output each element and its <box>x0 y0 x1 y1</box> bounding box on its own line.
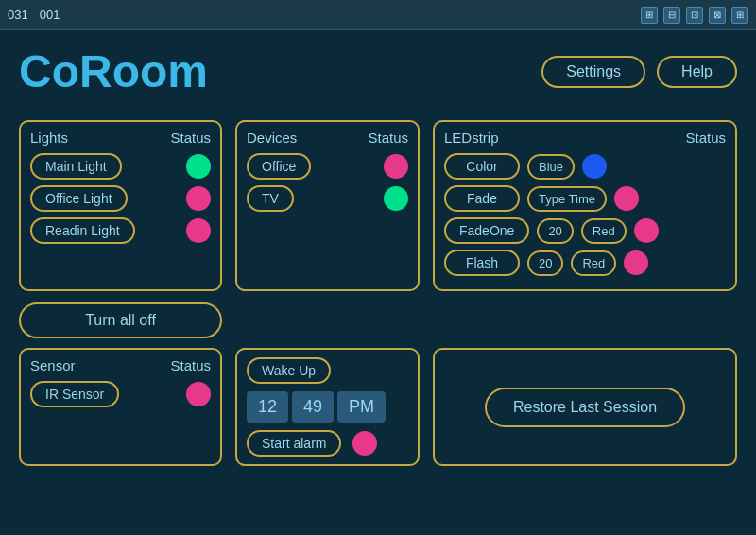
led-fadeone-row: FadeOne 20 Red <box>444 217 726 244</box>
time-hour[interactable]: 12 <box>247 391 288 423</box>
office-device-button[interactable]: Office <box>247 153 311 180</box>
sensor-panel: Sensor Status IR Sensor <box>19 348 222 466</box>
app-logo: CoRoom <box>19 45 208 97</box>
office-light-status[interactable] <box>186 186 211 211</box>
led-fadeone-status[interactable] <box>634 218 659 243</box>
wakeup-title-button[interactable]: Wake Up <box>247 357 331 384</box>
sensor-panel-header: Sensor Status <box>30 357 211 373</box>
wakeup-panel-header: Wake Up <box>247 357 408 384</box>
tv-device-button[interactable]: TV <box>247 185 294 212</box>
time-minute[interactable]: 49 <box>292 391 334 423</box>
main-light-button[interactable]: Main Light <box>30 153 122 180</box>
devices-title: Devices <box>247 129 297 146</box>
settings-button[interactable]: Settings <box>541 56 645 88</box>
turn-all-off-button[interactable]: Turn all off <box>19 302 222 338</box>
taskbar-icon-2[interactable]: ⊟ <box>663 7 680 24</box>
devices-panel-header: Devices Status <box>247 129 408 146</box>
led-fade-button[interactable]: Fade <box>444 185 520 212</box>
office-light-row: Office Light <box>30 185 211 212</box>
readin-light-status[interactable] <box>186 218 211 243</box>
led-color-status[interactable] <box>582 154 607 179</box>
alarm-status[interactable] <box>352 431 377 456</box>
led-flash-button[interactable]: Flash <box>444 250 520 276</box>
office-light-button[interactable]: Office Light <box>30 185 128 212</box>
sensor-title: Sensor <box>30 357 76 373</box>
bottom-panels: Sensor Status IR Sensor Wake Up 12 49 PM… <box>19 348 737 466</box>
ir-sensor-row: IR Sensor <box>30 381 211 407</box>
lights-title: Lights <box>30 129 68 146</box>
led-panel: LEDstrip Status Color Blue Fade Type Tim… <box>433 120 737 291</box>
header-buttons: Settings Help <box>541 56 737 88</box>
main-content: CoRoom Settings Help Lights Status Main … <box>0 30 756 481</box>
taskbar-left: 031 001 <box>8 8 60 22</box>
tv-device-row: TV <box>247 185 408 212</box>
devices-panel: Devices Status Office TV <box>235 120 420 291</box>
led-flash-row: Flash 20 Red <box>444 250 726 276</box>
led-fade-status[interactable] <box>614 186 639 211</box>
led-title: LEDstrip <box>444 129 499 146</box>
time-period[interactable]: PM <box>337 391 386 423</box>
taskbar-right: ⊞ ⊟ ⊡ ⊠ ⊞ <box>641 7 748 24</box>
lights-panel: Lights Status Main Light Office Light Re… <box>19 120 222 291</box>
devices-status-label: Status <box>368 129 408 146</box>
led-fadeone-button[interactable]: FadeOne <box>444 217 529 244</box>
restore-panel: Restore Last Session <box>433 348 737 466</box>
alarm-row: Start alarm <box>247 430 408 457</box>
main-light-status[interactable] <box>186 154 211 179</box>
taskbar-icon-5[interactable]: ⊞ <box>731 7 748 24</box>
tv-device-status[interactable] <box>384 186 408 211</box>
led-status-label: Status <box>685 129 726 146</box>
readin-light-button[interactable]: Readin Light <box>30 217 135 244</box>
turn-all-off-wrap: Turn all off <box>19 302 222 338</box>
start-alarm-button[interactable]: Start alarm <box>247 430 341 457</box>
main-light-row: Main Light <box>30 153 211 180</box>
ir-sensor-button[interactable]: IR Sensor <box>30 381 119 407</box>
led-fade-row: Fade Type Time <box>444 185 726 212</box>
taskbar-icon-1[interactable]: ⊞ <box>641 7 658 24</box>
taskbar: 031 001 ⊞ ⊟ ⊡ ⊠ ⊞ <box>0 0 756 30</box>
taskbar-item-1: 031 <box>8 8 28 22</box>
led-fadeone-num[interactable]: 20 <box>537 218 573 244</box>
led-panel-header: LEDstrip Status <box>444 129 726 146</box>
led-flash-status[interactable] <box>624 250 648 275</box>
ir-sensor-status[interactable] <box>186 382 211 406</box>
help-button[interactable]: Help <box>657 56 737 88</box>
top-panels: Lights Status Main Light Office Light Re… <box>19 120 737 291</box>
office-device-row: Office <box>247 153 408 180</box>
time-display: 12 49 PM <box>247 391 408 423</box>
taskbar-item-2: 001 <box>40 8 60 22</box>
led-flash-color[interactable]: Red <box>571 250 616 276</box>
led-fadeone-color[interactable]: Red <box>581 218 627 244</box>
header: CoRoom Settings Help <box>19 45 737 97</box>
restore-button[interactable]: Restore Last Session <box>485 388 685 427</box>
office-device-status[interactable] <box>384 154 408 179</box>
led-flash-num[interactable]: 20 <box>527 250 563 276</box>
taskbar-icon-3[interactable]: ⊡ <box>686 7 703 24</box>
led-color-button[interactable]: Color <box>444 153 520 180</box>
wakeup-panel: Wake Up 12 49 PM Start alarm <box>235 348 420 466</box>
led-color-value[interactable]: Blue <box>527 154 575 180</box>
readin-light-row: Readin Light <box>30 217 211 244</box>
lights-panel-header: Lights Status <box>30 129 211 146</box>
led-color-row: Color Blue <box>444 153 726 180</box>
taskbar-icon-4[interactable]: ⊠ <box>709 7 726 24</box>
lights-status-label: Status <box>170 129 211 146</box>
sensor-status-label: Status <box>170 357 211 373</box>
led-fade-value[interactable]: Type Time <box>527 186 607 212</box>
